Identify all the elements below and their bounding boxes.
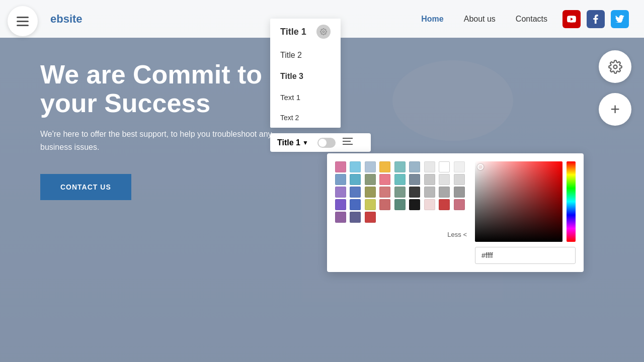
svg-point-3 bbox=[613, 65, 617, 68]
hex-color-input[interactable] bbox=[475, 247, 576, 264]
color-swatch-2[interactable] bbox=[365, 161, 376, 172]
color-swatch-6[interactable] bbox=[424, 161, 435, 172]
add-button[interactable]: + bbox=[599, 93, 631, 126]
color-swatch-34[interactable] bbox=[439, 199, 450, 210]
gear-button[interactable] bbox=[599, 50, 631, 83]
less-button[interactable]: Less < bbox=[335, 228, 467, 238]
facebook-icon[interactable] bbox=[587, 10, 605, 28]
chevron-down-icon: ▼ bbox=[302, 139, 308, 146]
nav-home[interactable]: Home bbox=[421, 15, 443, 24]
dropdown-item-title1[interactable]: Title 1 bbox=[270, 19, 341, 45]
color-picker-inner: Less < bbox=[335, 161, 576, 264]
social-links bbox=[562, 10, 629, 28]
title-selector[interactable]: Title 1 ▼ bbox=[277, 138, 308, 147]
color-swatch-4[interactable] bbox=[394, 161, 406, 172]
hero-title: We are Commit to your Success bbox=[40, 60, 292, 118]
dropdown-menu: Title 1 Title 2 Title 3 Text 1 Text 2 bbox=[270, 19, 341, 128]
settings-icon bbox=[320, 28, 327, 35]
color-swatch-8[interactable] bbox=[454, 161, 465, 172]
spectrum-cursor[interactable] bbox=[477, 164, 484, 170]
color-swatch-32[interactable] bbox=[409, 199, 420, 210]
color-swatch-7[interactable] bbox=[439, 161, 450, 172]
color-swatch-37[interactable] bbox=[350, 212, 361, 223]
color-swatch-19[interactable] bbox=[350, 187, 361, 198]
color-swatch-15[interactable] bbox=[424, 174, 435, 185]
color-swatch-12[interactable] bbox=[379, 174, 390, 185]
dropdown-item-label-title1: Title 1 bbox=[280, 27, 306, 37]
toggle-switch[interactable] bbox=[317, 138, 336, 148]
color-swatch-30[interactable] bbox=[379, 199, 390, 210]
dropdown-item-text1[interactable]: Text 1 bbox=[270, 87, 341, 108]
color-swatch-21[interactable] bbox=[379, 187, 390, 198]
dropdown-item-label-text1: Text 1 bbox=[280, 93, 300, 102]
color-swatch-24[interactable] bbox=[424, 187, 435, 198]
contact-button[interactable]: CONTACT US bbox=[40, 174, 131, 200]
hamburger-menu[interactable] bbox=[8, 6, 38, 36]
color-swatch-14[interactable] bbox=[409, 174, 420, 185]
plus-icon: + bbox=[610, 100, 620, 119]
color-swatch-28[interactable] bbox=[350, 199, 361, 210]
spectrum-gradient-box[interactable] bbox=[475, 161, 562, 242]
twitter-icon[interactable] bbox=[611, 10, 629, 28]
color-swatch-16[interactable] bbox=[439, 174, 450, 185]
color-swatch-11[interactable] bbox=[365, 174, 376, 185]
nav-contacts[interactable]: Contacts bbox=[516, 15, 547, 24]
color-swatch-18[interactable] bbox=[335, 187, 346, 198]
color-swatch-0[interactable] bbox=[335, 161, 346, 172]
color-swatch-36[interactable] bbox=[335, 212, 346, 223]
color-picker-panel: Less < bbox=[327, 153, 584, 272]
color-swatch-1[interactable] bbox=[350, 161, 361, 172]
dropdown-item-text2[interactable]: Text 2 bbox=[270, 108, 341, 128]
swatches-section: Less < bbox=[335, 161, 467, 264]
youtube-icon[interactable] bbox=[562, 10, 581, 28]
hero-content: We are Commit to your Success We're here… bbox=[40, 60, 292, 200]
hamburger-line-2 bbox=[17, 21, 29, 22]
hero-subtitle: We're here to offer the best support, to… bbox=[40, 128, 292, 153]
color-swatch-25[interactable] bbox=[439, 187, 450, 198]
dropdown-item-title3[interactable]: Title 3 bbox=[270, 66, 341, 87]
align-icon[interactable] bbox=[343, 137, 353, 148]
nav-about[interactable]: About us bbox=[464, 15, 496, 24]
color-swatch-27[interactable] bbox=[335, 199, 346, 210]
color-swatch-5[interactable] bbox=[409, 161, 420, 172]
swatch-grid bbox=[335, 161, 467, 223]
spectrum-row bbox=[475, 161, 576, 242]
spectrum-gradient bbox=[475, 161, 562, 242]
dropdown-item-label-title2: Title 2 bbox=[280, 51, 302, 60]
svg-point-1 bbox=[392, 60, 513, 141]
color-swatch-13[interactable] bbox=[394, 174, 406, 185]
color-swatch-3[interactable] bbox=[379, 161, 390, 172]
color-swatch-35[interactable] bbox=[454, 199, 465, 210]
spectrum-hue-slider[interactable] bbox=[567, 161, 576, 242]
spectrum-section bbox=[475, 161, 576, 264]
color-swatch-10[interactable] bbox=[350, 174, 361, 185]
dropdown-item-settings-title1[interactable] bbox=[316, 25, 331, 39]
color-swatch-9[interactable] bbox=[335, 174, 346, 185]
color-swatch-23[interactable] bbox=[409, 187, 420, 198]
color-swatch-26[interactable] bbox=[454, 187, 465, 198]
site-logo: ebsite bbox=[50, 13, 83, 26]
gear-icon bbox=[608, 60, 622, 74]
color-swatch-33[interactable] bbox=[424, 199, 435, 210]
color-swatch-22[interactable] bbox=[394, 187, 406, 198]
color-swatch-17[interactable] bbox=[454, 174, 465, 185]
color-swatch-38[interactable] bbox=[365, 212, 376, 223]
dropdown-item-label-title3: Title 3 bbox=[280, 72, 303, 81]
dropdown-item-label-text2: Text 2 bbox=[280, 114, 299, 122]
hamburger-line-1 bbox=[17, 17, 29, 18]
color-swatch-20[interactable] bbox=[365, 187, 376, 198]
dropdown-item-title2[interactable]: Title 2 bbox=[270, 45, 341, 66]
selected-title: Title 1 bbox=[277, 138, 300, 147]
color-swatch-31[interactable] bbox=[394, 199, 406, 210]
color-swatch-29[interactable] bbox=[365, 199, 376, 210]
hamburger-line-3 bbox=[17, 25, 29, 26]
text-format-toolbar: Title 1 ▼ bbox=[270, 133, 371, 152]
nav-links: Home About us Contacts bbox=[421, 15, 547, 24]
svg-point-4 bbox=[323, 31, 325, 33]
